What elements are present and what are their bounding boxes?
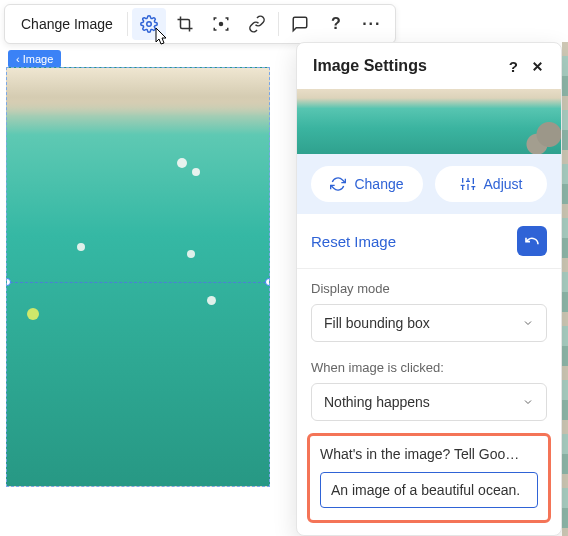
adjust-label: Adjust — [484, 176, 523, 192]
more-button[interactable]: ··· — [355, 8, 389, 40]
action-row: Change Adjust — [297, 154, 561, 214]
svg-point-1 — [219, 23, 222, 26]
display-mode-select[interactable]: Fill bounding box — [311, 304, 547, 342]
link-button[interactable] — [240, 8, 274, 40]
reset-row: Reset Image — [297, 214, 561, 269]
focal-point-icon — [212, 15, 230, 33]
decorative-blob — [177, 158, 187, 168]
crop-icon — [176, 15, 194, 33]
link-icon — [248, 15, 266, 33]
edge-strip — [562, 42, 568, 536]
alt-text-field: What's in the image? Tell Goo… — [307, 433, 551, 523]
toolbar-separator — [278, 12, 279, 36]
display-mode-label: Display mode — [311, 281, 547, 296]
change-label: Change — [354, 176, 403, 192]
question-icon: ? — [331, 15, 341, 33]
comment-button[interactable] — [283, 8, 317, 40]
image-settings-panel: Image Settings ? Change Adjust — [296, 42, 562, 536]
reset-image-button[interactable]: Reset Image — [311, 233, 396, 250]
alt-text-label: What's in the image? Tell Goo… — [320, 446, 538, 462]
sliders-icon — [460, 176, 476, 192]
panel-close-button[interactable] — [530, 59, 545, 74]
close-icon — [530, 59, 545, 74]
comment-icon — [291, 15, 309, 33]
click-action-label: When image is clicked: — [311, 360, 547, 375]
help-button[interactable]: ? — [319, 8, 353, 40]
resize-handle-right[interactable] — [265, 278, 270, 286]
panel-title: Image Settings — [313, 57, 427, 75]
click-action-field: When image is clicked: Nothing happens — [297, 348, 561, 427]
image-canvas[interactable] — [6, 67, 270, 487]
gear-icon — [140, 15, 158, 33]
click-action-select[interactable]: Nothing happens — [311, 383, 547, 421]
undo-icon — [524, 233, 540, 249]
decorative-blob — [207, 296, 216, 305]
click-action-value: Nothing happens — [324, 394, 430, 410]
decorative-blob — [77, 243, 85, 251]
image-thumbnail — [297, 89, 561, 154]
chevron-down-icon — [522, 317, 534, 329]
display-mode-value: Fill bounding box — [324, 315, 430, 331]
svg-point-0 — [147, 22, 152, 27]
panel-header: Image Settings ? — [297, 43, 561, 89]
change-button[interactable]: Change — [311, 166, 423, 202]
settings-button[interactable] — [132, 8, 166, 40]
breadcrumb-label: Image — [23, 53, 54, 65]
question-icon: ? — [509, 58, 518, 75]
focal-point-button[interactable] — [204, 8, 238, 40]
toolbar-separator — [127, 12, 128, 36]
display-mode-field: Display mode Fill bounding box — [297, 269, 561, 348]
chevron-left-icon: ‹ — [16, 53, 20, 65]
image-toolbar: Change Image ? ··· — [4, 4, 396, 44]
refresh-icon — [330, 176, 346, 192]
decorative-blob — [187, 250, 195, 258]
panel-help-button[interactable]: ? — [509, 58, 518, 75]
breadcrumb[interactable]: ‹ Image — [8, 50, 61, 68]
alt-text-input[interactable] — [320, 472, 538, 508]
undo-button[interactable] — [517, 226, 547, 256]
crop-button[interactable] — [168, 8, 202, 40]
chevron-down-icon — [522, 396, 534, 408]
decorative-blob — [192, 168, 200, 176]
resize-handle-left[interactable] — [6, 278, 11, 286]
change-image-button[interactable]: Change Image — [11, 8, 123, 40]
adjust-button[interactable]: Adjust — [435, 166, 547, 202]
more-icon: ··· — [362, 15, 381, 33]
decorative-blob — [27, 308, 39, 320]
guide-line — [6, 282, 270, 283]
